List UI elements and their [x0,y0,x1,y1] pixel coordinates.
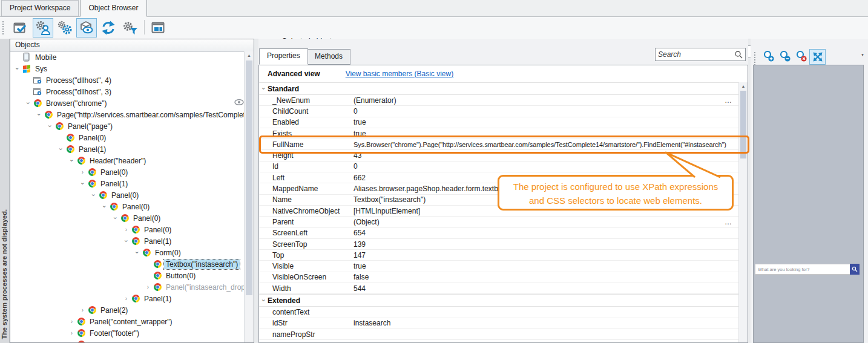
property-row[interactable]: Enabledtrue [259,117,738,128]
property-row[interactable]: Id0 [259,162,738,172]
tree-item[interactable]: ›Panel("page") [10,120,245,132]
tree-item[interactable]: ›Panel("content_wrapper") [10,316,245,327]
collapse-icon[interactable]: › [14,64,21,73]
collapse-icon[interactable]: › [36,110,42,119]
tree-item[interactable]: Panel(0) [10,132,245,143]
toolbar-button-gears-person[interactable] [33,18,53,38]
preview-toolbar-dropdown[interactable]: ▼ [861,53,864,57]
property-row[interactable]: contentText [259,307,738,318]
tree-item[interactable]: ›Panel(0) [10,212,245,224]
toolbar-drag-handle[interactable] [2,21,6,34]
preview-button-zoom-out[interactable] [777,48,793,64]
preview-button-fit-to-window[interactable] [809,49,826,65]
expand-icon[interactable]: › [78,169,87,175]
property-row[interactable]: Width544 [259,283,738,294]
tree-item[interactable]: ›Panel(1) [10,143,245,155]
callout-line-2: and CSS selectors to locate web elements… [499,194,732,207]
tree-item[interactable] [10,339,245,342]
property-row[interactable]: namePropStr [259,329,738,340]
property-row[interactable]: Parent(Object)… [259,217,738,227]
tree-item[interactable]: ›Sys [10,63,245,74]
property-row[interactable]: VisibleOnScreenfalse [259,272,738,283]
property-row[interactable]: ObjectIdentifierinstasearch [259,340,738,343]
expand-icon[interactable]: › [122,226,131,233]
expand-icon[interactable]: › [67,330,76,336]
scroll-up-icon[interactable]: ▲ [245,51,254,60]
toolbar-button-box-eye[interactable] [76,18,97,38]
tree-item[interactable]: Button(0) [10,270,245,281]
tree-item[interactable]: ›Panel(0) [10,224,245,235]
tree-item[interactable]: Process("dllhost", 3) [10,86,245,97]
tree-item[interactable]: ›Panel(1) [10,235,245,247]
collapse-icon[interactable]: › [58,145,64,154]
tree-item-label: Panel(0) [120,202,151,212]
property-row[interactable]: ChildCount0 [259,106,738,117]
tree-scrollbar-thumb[interactable] [246,60,252,295]
toolbar-button-gear-filter[interactable] [120,18,140,38]
tree-item[interactable]: ›Footer("footer") [10,327,245,339]
collapse-icon[interactable]: › [101,202,108,211]
expand-icon[interactable]: › [78,307,87,313]
property-row[interactable]: idStrinstasearch [259,318,738,329]
toolbar-button-window-panels[interactable] [148,18,169,38]
tree-item[interactable]: ›Page("http://services.smartbear.com/sam… [10,109,245,120]
tab-methods[interactable]: Methods [307,49,350,65]
tree-item[interactable]: ›Panel(1) [10,178,245,189]
basic-view-link[interactable]: View basic members (Basic view) [346,70,454,78]
tree-item[interactable]: ›Panel(1) [10,293,245,304]
tree-item[interactable]: ›Panel(0) [10,166,245,178]
tree-item[interactable]: ›Panel(2) [10,304,245,316]
property-value: Sys.Browser("chrome").Page("http://servi… [353,141,738,148]
toolbar-button-window-check[interactable] [11,18,31,38]
collapse-icon[interactable]: › [25,99,31,108]
property-section-header[interactable]: ›Standard [259,82,738,95]
tree-item[interactable]: ›Panel(0) [10,189,245,201]
property-row[interactable]: FullNameSys.Browser("chrome").Page("http… [259,139,738,150]
property-row[interactable]: ScreenLeft654 [259,228,738,239]
toolbar-button-gears[interactable] [54,18,75,38]
collapse-icon[interactable]: › [79,179,86,188]
property-row[interactable]: Height43 [259,150,738,161]
property-row[interactable]: _NewEnum(Enumerator)… [259,95,738,106]
tab-properties[interactable]: Properties [259,48,308,65]
collapse-icon[interactable]: › [112,214,119,223]
tree-item[interactable]: ›Header("header") [10,155,245,166]
property-grid-scrollbar-thumb[interactable] [740,91,746,158]
collapse-icon[interactable]: › [134,248,140,257]
tab-project-workspace[interactable]: Project Workspace [1,0,79,16]
preview-button-zoom-reset[interactable] [793,48,809,64]
tab-object-browser[interactable]: Object Browser [80,0,146,17]
toolbar-button-refresh[interactable] [98,18,119,38]
property-more-button[interactable]: … [725,96,738,105]
property-row[interactable]: Existstrue [259,128,738,139]
collapse-icon[interactable]: › [90,191,97,200]
preview-search-input[interactable] [755,264,850,275]
scroll-up-icon[interactable]: ▲ [739,82,748,90]
property-more-button[interactable]: … [725,218,738,226]
property-row[interactable]: ScreenTop139 [259,239,738,250]
property-grid-scrollbar[interactable]: ▲ [738,82,748,342]
tree-scrollbar[interactable]: ▲ [244,51,254,342]
expand-icon[interactable]: › [122,295,131,302]
tree-item[interactable]: ›Panel("instasearch_drop [10,281,245,293]
tree-item[interactable]: ›Panel(0) [10,201,245,212]
tree-item[interactable]: Process("dllhost", 4) [10,74,245,86]
expand-icon[interactable]: › [143,284,153,290]
tree-item[interactable]: Textbox("instasearch") [10,258,245,270]
preview-search-button[interactable] [850,264,860,275]
tree-item[interactable]: Mobile [10,51,245,63]
properties-search-input[interactable] [656,50,734,59]
preview-button-zoom-in[interactable] [760,48,777,64]
tree-item[interactable]: ›Browser("chrome") [10,97,245,109]
collapse-icon[interactable]: › [47,122,53,131]
property-section-header[interactable]: ›Extended [259,294,738,307]
collapse-icon[interactable]: › [68,156,75,165]
workspace-tabbar: Project Workspace Object Browser [0,0,868,17]
collapse-icon[interactable]: › [123,237,130,246]
tree-item[interactable]: ›Form(0) [10,247,245,258]
property-row[interactable]: Visibletrue [259,261,738,272]
expand-icon[interactable]: › [67,318,76,325]
preview-toolbar-drag-handle[interactable] [754,52,758,65]
system-processes-note-strip: The system processes are not displayed. [0,39,10,343]
property-row[interactable]: Top147 [259,250,738,261]
